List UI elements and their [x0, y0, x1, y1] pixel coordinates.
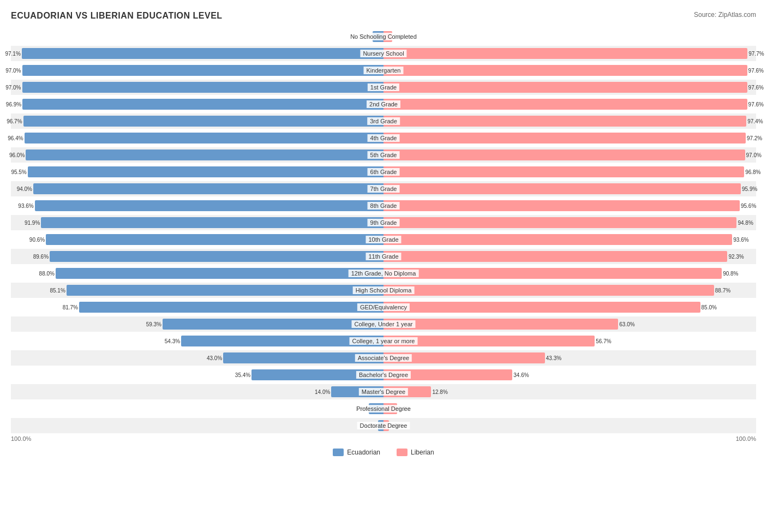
- bar-value-left: 96.4%: [8, 135, 23, 141]
- bar-value-left: 97.1%: [5, 51, 20, 57]
- legend-ecuadorian: Ecuadorian: [333, 449, 380, 456]
- left-section: 96.9%: [11, 97, 384, 112]
- bar-value-right: 43.3%: [546, 355, 561, 361]
- left-section: 54.3%: [11, 333, 384, 349]
- legend-label-liberian: Liberian: [411, 449, 434, 456]
- bar-blue: 85.1%: [67, 285, 384, 296]
- bar-value-right: 3.6%: [398, 406, 411, 412]
- bar-value-left: 96.0%: [9, 152, 25, 158]
- right-section: 97.6%: [384, 63, 756, 78]
- bar-value-right: 95.6%: [741, 203, 756, 209]
- bar-value-left: 88.0%: [39, 271, 55, 277]
- bar-row: 95.5%96.8%6th Grade: [11, 164, 756, 180]
- left-section: 93.6%: [11, 198, 384, 213]
- bar-blue: 95.5%: [28, 166, 384, 177]
- bar-blue: 81.7%: [79, 302, 384, 313]
- bar-row: 97.0%97.6%Kindergarten: [11, 63, 756, 78]
- chart-title: ECUADORIAN VS LIBERIAN EDUCATION LEVEL: [11, 11, 223, 21]
- bar-pink: 97.6%: [384, 82, 747, 93]
- left-section: 96.4%: [11, 130, 384, 146]
- legend-color-liberian: [397, 449, 408, 456]
- left-section: 96.7%: [11, 113, 384, 129]
- bar-value-right: 93.6%: [733, 237, 748, 243]
- bar-value-left: 1.5%: [364, 423, 377, 429]
- left-section: 3.0%: [11, 29, 384, 44]
- x-axis-labels: 100.0% 100.0%: [11, 435, 756, 442]
- bar-row: 3.0%2.4%No Schooling Completed: [11, 29, 756, 44]
- left-section: 96.0%: [11, 147, 384, 163]
- bar-row: 96.4%97.2%4th Grade: [11, 130, 756, 146]
- bar-blue: 94.0%: [33, 183, 384, 194]
- bar-pink: 90.8%: [384, 268, 722, 279]
- bar-pink: 63.0%: [384, 319, 618, 330]
- bar-row: 97.1%97.7%Nursery School: [11, 46, 756, 61]
- bar-row: 96.9%97.6%2nd Grade: [11, 97, 756, 112]
- bar-value-left: 81.7%: [63, 304, 78, 310]
- bar-blue: 96.4%: [25, 133, 384, 144]
- bar-value-left: 96.7%: [7, 118, 22, 124]
- bar-row: 89.6%92.3%11th Grade: [11, 249, 756, 264]
- bar-value-left: 3.0%: [359, 34, 371, 40]
- right-section: 97.7%: [384, 46, 756, 61]
- left-section: 94.0%: [11, 181, 384, 196]
- right-section: 92.3%: [384, 249, 756, 264]
- bar-blue: 91.9%: [41, 217, 384, 228]
- right-section: 85.0%: [384, 300, 756, 315]
- left-section: 43.0%: [11, 350, 384, 366]
- legend-color-ecuadorian: [333, 449, 344, 456]
- bar-blue: 1.5%: [378, 420, 384, 431]
- bar-value-right: 97.0%: [746, 152, 762, 158]
- bar-value-left: 14.0%: [315, 389, 330, 395]
- bar-pink: 1.5%: [384, 420, 389, 431]
- bar-pink: 95.9%: [384, 183, 741, 194]
- bar-blue: 90.6%: [46, 234, 384, 245]
- bar-blue: 96.7%: [23, 116, 384, 127]
- bar-value-right: 96.8%: [745, 169, 760, 175]
- bar-blue: 3.0%: [373, 31, 384, 42]
- right-section: 90.8%: [384, 266, 756, 281]
- bar-value-right: 97.6%: [748, 101, 764, 107]
- bar-blue: 96.0%: [26, 150, 384, 160]
- right-section: 97.4%: [384, 113, 756, 129]
- bar-pink: 93.6%: [384, 234, 732, 245]
- bar-row: 88.0%90.8%12th Grade, No Diploma: [11, 266, 756, 281]
- bar-value-right: 97.6%: [748, 85, 764, 91]
- bar-pink: 97.0%: [384, 150, 745, 160]
- right-section: 3.6%: [384, 401, 756, 416]
- bar-value-left: 54.3%: [165, 338, 180, 344]
- right-section: 95.9%: [384, 181, 756, 196]
- right-section: 97.6%: [384, 97, 756, 112]
- bar-value-right: 63.0%: [619, 321, 634, 327]
- bar-blue: 14.0%: [331, 386, 384, 397]
- bar-pink: 43.3%: [384, 352, 545, 363]
- bar-row: 54.3%56.7%College, 1 year or more: [11, 333, 756, 349]
- bar-value-right: 34.6%: [513, 372, 529, 378]
- right-section: 1.5%: [384, 418, 756, 433]
- right-section: 96.8%: [384, 164, 756, 180]
- bar-pink: 97.4%: [384, 116, 746, 127]
- left-section: 90.6%: [11, 232, 384, 247]
- bar-value-left: 95.5%: [11, 169, 26, 175]
- right-section: 43.3%: [384, 350, 756, 366]
- bar-pink: 3.6%: [384, 403, 397, 414]
- left-section: 85.1%: [11, 283, 384, 298]
- bar-pink: 94.8%: [384, 217, 736, 228]
- right-section: 97.2%: [384, 130, 756, 146]
- left-section: 88.0%: [11, 266, 384, 281]
- bar-value-right: 94.8%: [738, 220, 753, 226]
- bar-pink: 97.6%: [384, 65, 747, 76]
- bar-blue: 89.6%: [50, 251, 384, 262]
- right-section: 94.8%: [384, 215, 756, 230]
- bar-pink: 34.6%: [384, 369, 512, 380]
- bar-value-left: 97.0%: [5, 85, 21, 91]
- right-section: 88.7%: [384, 283, 756, 298]
- bar-blue: 97.1%: [22, 48, 384, 59]
- bar-value-left: 35.4%: [235, 372, 250, 378]
- bar-blue: 43.0%: [223, 352, 384, 363]
- bar-value-left: 96.9%: [6, 101, 21, 107]
- bar-blue: 35.4%: [251, 369, 384, 380]
- chart-container: ECUADORIAN VS LIBERIAN EDUCATION LEVEL S…: [11, 11, 756, 456]
- bar-blue: 54.3%: [181, 336, 384, 346]
- bar-pink: 92.3%: [384, 251, 727, 262]
- bar-row: 94.0%95.9%7th Grade: [11, 181, 756, 196]
